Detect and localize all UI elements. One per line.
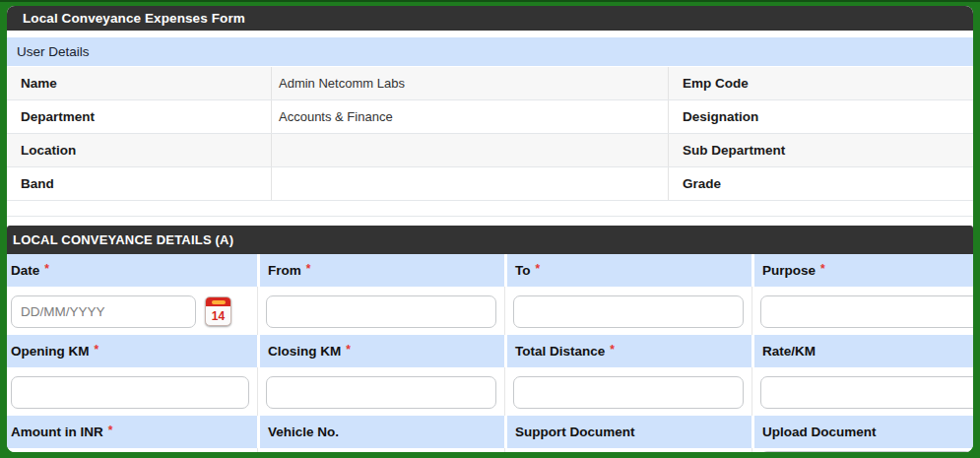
field-label-vehicle-no: Vehicle No.: [257, 416, 504, 448]
section-spacer: [7, 217, 973, 226]
user-table-empty-row: [7, 201, 973, 217]
conveyance-input-row: 14: [7, 287, 973, 335]
field-label-rate-km: Rate/KM: [751, 335, 973, 367]
field-cell-closing-km: [257, 367, 504, 416]
user-table-row: DepartmentAccounts & FinanceDesignation: [7, 100, 973, 134]
conveyance-input-row: [7, 448, 973, 452]
field-label-text: Vehicle No.: [268, 425, 339, 439]
calendar-icon[interactable]: 14: [205, 296, 231, 326]
purpose-input[interactable]: [760, 295, 973, 328]
conveyance-grid: Date*From*To*Purpose*14Opening KM*Closin…: [7, 254, 973, 452]
field-cell-date: 14: [7, 287, 257, 335]
field-label-text: Date: [11, 263, 39, 278]
field-label-text: Purpose: [762, 263, 816, 278]
user-field-label-department: Department: [7, 100, 272, 133]
user-field-label-emp-code: Emp Code: [669, 67, 973, 99]
form-title: Local Conveyance Expenses Form: [23, 11, 245, 26]
conveyance-label-row: Opening KM*Closing KM*Total Distance*Rat…: [7, 335, 973, 367]
user-details-section: User Details NameAdmin Netcomm LabsEmp C…: [7, 37, 973, 217]
field-label-to: To*: [504, 254, 751, 287]
field-cell-opening-km: [7, 367, 257, 416]
field-label-text: Rate/KM: [762, 344, 816, 359]
field-label-text: Upload Document: [762, 425, 877, 439]
user-field-label-sub-department: Sub Department: [669, 134, 973, 166]
field-label-closing-km: Closing KM*: [257, 335, 504, 367]
user-field-label-grade: Grade: [669, 167, 973, 200]
field-label-opening-km: Opening KM*: [7, 335, 257, 367]
field-cell-upload-document: [751, 448, 973, 452]
opening-km-input[interactable]: [11, 376, 249, 409]
field-cell-amount-in-inr: [7, 448, 257, 452]
from-input[interactable]: [266, 295, 496, 328]
field-label-date: Date*: [7, 254, 257, 287]
required-asterisk: *: [610, 343, 615, 357]
date-input[interactable]: [11, 295, 196, 328]
field-cell-support-document: [504, 448, 751, 452]
conveyance-label-row: Date*From*To*Purpose*: [7, 254, 973, 287]
calendar-icon-top: [206, 297, 230, 306]
required-asterisk: *: [44, 262, 49, 276]
user-details-header: User Details: [7, 37, 973, 66]
user-table-row: NameAdmin Netcomm LabsEmp Code: [7, 67, 973, 100]
user-field-value-location: [272, 134, 669, 166]
form-title-bar: Local Conveyance Expenses Form: [7, 6, 973, 31]
conveyance-section-header: LOCAL CONVEYANCE DETAILS (A): [7, 226, 973, 254]
field-label-purpose: Purpose*: [751, 254, 973, 287]
field-label-from: From*: [257, 254, 504, 287]
field-label-text: From: [268, 263, 301, 278]
user-field-label-designation: Designation: [669, 100, 973, 133]
field-label-text: Support Document: [515, 425, 635, 439]
user-field-label-band: Band: [7, 167, 272, 200]
user-field-label-name: Name: [7, 67, 272, 99]
user-field-value-band: [272, 167, 669, 200]
field-label-upload-document: Upload Document: [751, 416, 973, 448]
field-label-support-document: Support Document: [504, 416, 751, 448]
date-input-group: 14: [11, 295, 249, 328]
form-page: Local Conveyance Expenses Form User Deta…: [7, 6, 973, 452]
field-cell-to: [504, 287, 751, 335]
required-asterisk: *: [820, 262, 825, 276]
field-label-total-distance: Total Distance*: [504, 335, 751, 367]
upload-document-input[interactable]: [760, 451, 973, 452]
user-details-table: NameAdmin Netcomm LabsEmp CodeDepartment…: [7, 67, 973, 217]
conveyance-section: LOCAL CONVEYANCE DETAILS (A) Date*From*T…: [7, 226, 973, 452]
total-distance-input[interactable]: [513, 376, 744, 409]
field-label-text: Opening KM: [11, 344, 90, 359]
field-label-text: To: [515, 263, 531, 278]
calendar-icon-day: 14: [206, 306, 230, 325]
field-label-text: Closing KM: [268, 344, 341, 359]
required-asterisk: *: [95, 343, 99, 357]
user-table-row: LocationSub Department: [7, 134, 973, 167]
required-asterisk: *: [306, 262, 311, 276]
field-label-text: Amount in INR: [11, 425, 103, 439]
field-cell-rate-km: [751, 367, 973, 416]
calendar-icon-ring: [212, 300, 226, 304]
user-field-value-department: Accounts & Finance: [272, 100, 669, 133]
field-label-text: Total Distance: [515, 344, 605, 359]
field-label-amount-in-inr: Amount in INR*: [7, 416, 257, 448]
user-table-row: BandGrade: [7, 167, 973, 201]
field-cell-purpose: [751, 287, 973, 335]
conveyance-input-row: [7, 367, 973, 416]
conveyance-label-row: Amount in INR*Vehicle No.Support Documen…: [7, 416, 973, 448]
required-asterisk: *: [108, 424, 113, 437]
field-cell-from: [257, 287, 504, 335]
closing-km-input[interactable]: [266, 376, 496, 409]
to-input[interactable]: [513, 295, 744, 328]
user-field-value-name: Admin Netcomm Labs: [272, 67, 669, 99]
form-window-frame: Local Conveyance Expenses Form User Deta…: [0, 0, 980, 458]
required-asterisk: *: [346, 343, 351, 357]
field-cell-total-distance: [504, 367, 751, 416]
field-cell-vehicle-no: [257, 448, 504, 452]
rate-km-input[interactable]: [760, 376, 973, 409]
user-field-label-location: Location: [7, 134, 272, 166]
required-asterisk: *: [536, 262, 541, 276]
